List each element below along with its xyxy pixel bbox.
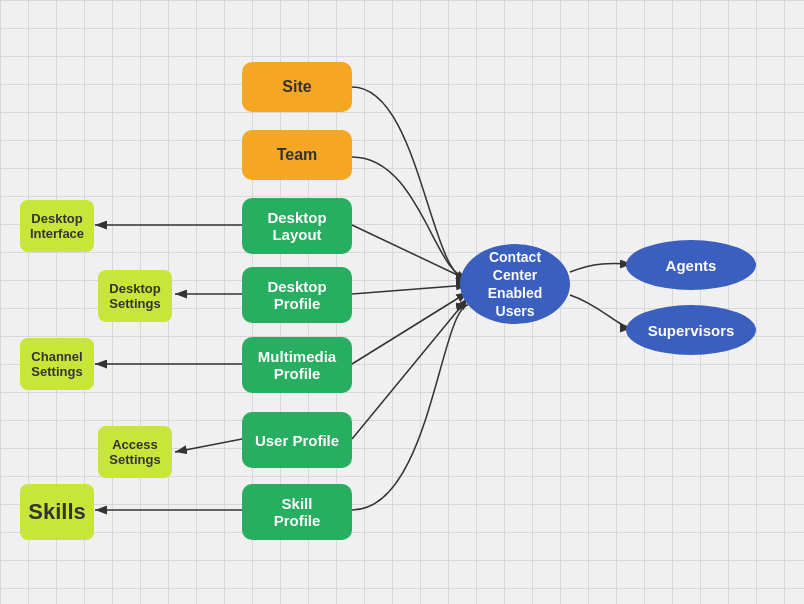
desktop-settings-node: Desktop Settings	[98, 270, 172, 322]
agents-node: Agents	[626, 240, 756, 290]
skill-profile-node: Skill Profile	[242, 484, 352, 540]
supervisors-node: Supervisors	[626, 305, 756, 355]
multimedia-profile-node: Multimedia Profile	[242, 337, 352, 393]
svg-line-1	[352, 285, 468, 294]
user-profile-node: User Profile	[242, 412, 352, 468]
site-node: Site	[242, 62, 352, 112]
team-label: Team	[277, 146, 318, 164]
desktop-interface-node: Desktop Interface	[20, 200, 94, 252]
access-settings-label: Access Settings	[109, 437, 160, 467]
skills-node: Skills	[20, 484, 94, 540]
supervisors-label: Supervisors	[648, 322, 735, 339]
agents-label: Agents	[666, 257, 717, 274]
team-node: Team	[242, 130, 352, 180]
user-profile-label: User Profile	[255, 432, 339, 449]
svg-line-0	[352, 225, 468, 280]
desktop-layout-node: Desktop Layout	[242, 198, 352, 254]
svg-line-7	[175, 439, 242, 452]
contact-center-node: Contact Center Enabled Users	[460, 244, 570, 324]
svg-line-3	[352, 298, 468, 439]
desktop-settings-label: Desktop Settings	[109, 281, 160, 311]
desktop-interface-label: Desktop Interface	[30, 211, 84, 241]
desktop-profile-label: Desktop Profile	[267, 278, 326, 312]
channel-settings-node: Channel Settings	[20, 338, 94, 390]
skill-profile-label: Skill Profile	[274, 495, 321, 529]
access-settings-node: Access Settings	[98, 426, 172, 478]
contact-center-label: Contact Center Enabled Users	[488, 248, 542, 321]
desktop-layout-label: Desktop Layout	[267, 209, 326, 243]
channel-settings-label: Channel Settings	[31, 349, 82, 379]
desktop-profile-node: Desktop Profile	[242, 267, 352, 323]
skills-label: Skills	[28, 499, 85, 525]
svg-line-2	[352, 292, 468, 364]
site-label: Site	[282, 78, 311, 96]
multimedia-profile-label: Multimedia Profile	[258, 348, 336, 382]
